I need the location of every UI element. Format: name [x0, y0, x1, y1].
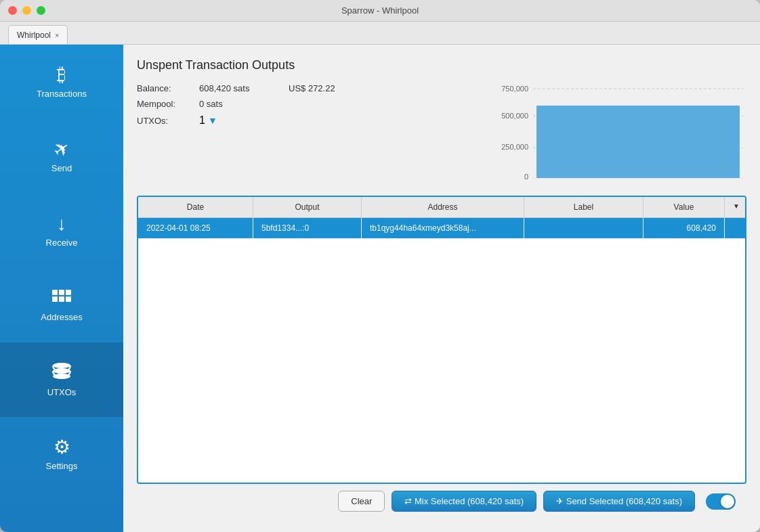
balance-row: Balance: 608,420 sats US$ 272.22 — [137, 83, 476, 93]
titlebar: Sparrow - Whirlpool — [0, 0, 760, 22]
toggle-knob — [721, 495, 734, 508]
tab-close-button[interactable]: × — [55, 31, 59, 39]
receive-label: Receive — [46, 238, 78, 248]
col-sort-icon[interactable]: ▼ — [725, 197, 745, 217]
sidebar-item-settings[interactable]: ⚙ Settings — [0, 417, 123, 491]
receive-icon: ↓ — [57, 215, 66, 234]
stats-chart-row: Balance: 608,420 sats US$ 272.22 Mempool… — [137, 83, 746, 185]
balance-value: 608,420 sats — [199, 83, 280, 93]
cell-label — [524, 218, 643, 238]
send-label: Send — [51, 163, 72, 173]
addresses-icon — [52, 289, 71, 308]
close-button[interactable] — [8, 6, 17, 15]
table-header: Date Output Address Label Value ▼ — [138, 197, 745, 218]
svg-text:750,000: 750,000 — [501, 85, 528, 93]
col-value: Value — [643, 197, 725, 217]
svg-point-6 — [53, 363, 70, 368]
balance-label: Balance: — [137, 83, 191, 93]
cell-address: tb1qyg44ha64xmeyd3k58aj... — [362, 218, 524, 238]
utxos-stat-label: UTXOs: — [137, 116, 191, 126]
cell-output: 5bfd1334...:0 — [253, 218, 362, 238]
svg-rect-1 — [59, 290, 64, 295]
bitcoin-icon: ₿ — [57, 66, 66, 85]
send-selected-button[interactable]: ✈ Send Selected (608,420 sats) — [543, 491, 695, 512]
page-title: Unspent Transaction Outputs — [137, 58, 746, 72]
send-icon: ✈ — [50, 137, 74, 161]
app-window: Sparrow - Whirlpool Whirlpool × ₿ Transa… — [0, 0, 760, 532]
sidebar-item-send[interactable]: ✈ Send — [0, 119, 123, 194]
utxos-row: UTXOs: 1 ▼ — [137, 114, 476, 127]
sidebar: ₿ Transactions ✈ Send ↓ Receive — [0, 45, 123, 532]
utxo-chart: 750,000 500,000 250,000 0 — [489, 83, 746, 185]
cell-extra — [725, 218, 745, 238]
utxos-badge: 1 ▼ — [199, 114, 217, 127]
window-title: Sparrow - Whirlpool — [341, 5, 419, 16]
svg-rect-2 — [66, 290, 71, 295]
sidebar-item-receive[interactable]: ↓ Receive — [0, 194, 123, 268]
tab-label: Whirlpool — [17, 30, 51, 40]
svg-rect-5 — [66, 296, 71, 302]
addresses-label: Addresses — [41, 312, 82, 322]
svg-rect-17 — [536, 106, 740, 178]
content-area: Unspent Transaction Outputs Balance: 608… — [123, 45, 760, 532]
svg-text:250,000: 250,000 — [501, 143, 528, 151]
svg-rect-0 — [52, 290, 58, 295]
utxo-table: Date Output Address Label Value ▼ 2022-0… — [137, 196, 746, 484]
toggle-switch[interactable] — [706, 493, 736, 510]
footer: Clear ⇄ Mix Selected (608,420 sats) ✈ Se… — [137, 484, 746, 518]
mix-selected-button[interactable]: ⇄ Mix Selected (608,420 sats) — [392, 491, 536, 512]
col-label: Label — [524, 197, 643, 217]
col-date: Date — [138, 197, 253, 217]
col-address: Address — [362, 197, 524, 217]
sidebar-item-transactions[interactable]: ₿ Transactions — [0, 45, 123, 119]
utxos-value: 1 — [199, 114, 205, 127]
mempool-row: Mempool: 0 sats — [137, 99, 476, 109]
cell-value: 608,420 — [643, 218, 725, 238]
mempool-value: 0 sats — [199, 99, 280, 109]
utxos-dropdown-icon[interactable]: ▼ — [208, 115, 217, 126]
whirlpool-tab[interactable]: Whirlpool × — [8, 25, 68, 44]
svg-rect-3 — [52, 296, 58, 302]
transactions-label: Transactions — [37, 89, 87, 99]
svg-point-8 — [53, 374, 70, 379]
svg-text:500,000: 500,000 — [501, 112, 528, 120]
settings-icon: ⚙ — [54, 438, 70, 457]
tabbar: Whirlpool × — [0, 22, 760, 45]
svg-rect-4 — [59, 296, 64, 302]
balance-usd: US$ 272.22 — [289, 83, 335, 93]
clear-button[interactable]: Clear — [338, 491, 385, 512]
svg-point-7 — [53, 368, 70, 374]
utxos-label: UTXOs — [47, 387, 77, 397]
stats-section: Balance: 608,420 sats US$ 272.22 Mempool… — [137, 83, 476, 185]
window-controls — [8, 6, 45, 15]
chart-container: 750,000 500,000 250,000 0 — [489, 83, 746, 185]
settings-label: Settings — [46, 461, 78, 471]
table-body: 2022-04-01 08:25 5bfd1334...:0 tb1qyg44h… — [138, 218, 745, 483]
cell-date: 2022-04-01 08:25 — [138, 218, 253, 238]
col-output: Output — [253, 197, 362, 217]
maximize-button[interactable] — [37, 6, 45, 15]
sidebar-item-addresses[interactable]: Addresses — [0, 268, 123, 342]
main-layout: ₿ Transactions ✈ Send ↓ Receive — [0, 45, 760, 532]
svg-text:0: 0 — [524, 173, 528, 181]
table-row[interactable]: 2022-04-01 08:25 5bfd1334...:0 tb1qyg44h… — [138, 218, 745, 239]
mempool-label: Mempool: — [137, 99, 191, 109]
sidebar-item-utxos[interactable]: UTXOs — [0, 342, 123, 417]
minimize-button[interactable] — [22, 6, 31, 15]
utxos-icon — [51, 362, 72, 383]
